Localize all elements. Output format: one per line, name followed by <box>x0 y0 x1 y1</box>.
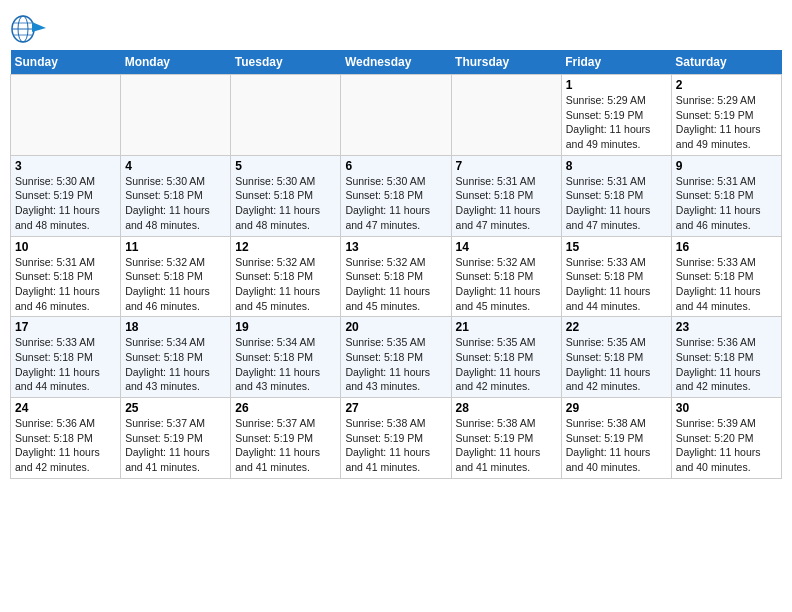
day-info: Sunrise: 5:31 AMSunset: 5:18 PMDaylight:… <box>15 255 116 314</box>
calendar-cell: 29Sunrise: 5:38 AMSunset: 5:19 PMDayligh… <box>561 398 671 479</box>
calendar-cell: 24Sunrise: 5:36 AMSunset: 5:18 PMDayligh… <box>11 398 121 479</box>
day-info: Sunrise: 5:30 AMSunset: 5:18 PMDaylight:… <box>235 174 336 233</box>
weekday-monday: Monday <box>121 50 231 75</box>
day-number: 14 <box>456 240 557 254</box>
calendar-cell: 3Sunrise: 5:30 AMSunset: 5:19 PMDaylight… <box>11 155 121 236</box>
logo <box>10 14 50 44</box>
calendar-week-3: 10Sunrise: 5:31 AMSunset: 5:18 PMDayligh… <box>11 236 782 317</box>
calendar-cell: 8Sunrise: 5:31 AMSunset: 5:18 PMDaylight… <box>561 155 671 236</box>
calendar-cell: 19Sunrise: 5:34 AMSunset: 5:18 PMDayligh… <box>231 317 341 398</box>
calendar-cell: 9Sunrise: 5:31 AMSunset: 5:18 PMDaylight… <box>671 155 781 236</box>
calendar-cell: 2Sunrise: 5:29 AMSunset: 5:19 PMDaylight… <box>671 75 781 156</box>
day-info: Sunrise: 5:32 AMSunset: 5:18 PMDaylight:… <box>456 255 557 314</box>
day-info: Sunrise: 5:30 AMSunset: 5:19 PMDaylight:… <box>15 174 116 233</box>
day-number: 2 <box>676 78 777 92</box>
day-number: 21 <box>456 320 557 334</box>
calendar-cell: 11Sunrise: 5:32 AMSunset: 5:18 PMDayligh… <box>121 236 231 317</box>
day-info: Sunrise: 5:37 AMSunset: 5:19 PMDaylight:… <box>125 416 226 475</box>
day-number: 7 <box>456 159 557 173</box>
calendar-cell: 21Sunrise: 5:35 AMSunset: 5:18 PMDayligh… <box>451 317 561 398</box>
calendar-week-1: 1Sunrise: 5:29 AMSunset: 5:19 PMDaylight… <box>11 75 782 156</box>
weekday-wednesday: Wednesday <box>341 50 451 75</box>
day-number: 11 <box>125 240 226 254</box>
calendar-cell: 10Sunrise: 5:31 AMSunset: 5:18 PMDayligh… <box>11 236 121 317</box>
calendar-cell: 20Sunrise: 5:35 AMSunset: 5:18 PMDayligh… <box>341 317 451 398</box>
day-number: 30 <box>676 401 777 415</box>
calendar-cell: 4Sunrise: 5:30 AMSunset: 5:18 PMDaylight… <box>121 155 231 236</box>
weekday-sunday: Sunday <box>11 50 121 75</box>
calendar-cell: 6Sunrise: 5:30 AMSunset: 5:18 PMDaylight… <box>341 155 451 236</box>
day-info: Sunrise: 5:36 AMSunset: 5:18 PMDaylight:… <box>676 335 777 394</box>
day-number: 12 <box>235 240 336 254</box>
day-info: Sunrise: 5:32 AMSunset: 5:18 PMDaylight:… <box>345 255 446 314</box>
day-info: Sunrise: 5:32 AMSunset: 5:18 PMDaylight:… <box>125 255 226 314</box>
day-number: 15 <box>566 240 667 254</box>
calendar-cell <box>121 75 231 156</box>
day-number: 27 <box>345 401 446 415</box>
day-number: 26 <box>235 401 336 415</box>
calendar-cell: 14Sunrise: 5:32 AMSunset: 5:18 PMDayligh… <box>451 236 561 317</box>
calendar-cell: 13Sunrise: 5:32 AMSunset: 5:18 PMDayligh… <box>341 236 451 317</box>
day-number: 16 <box>676 240 777 254</box>
day-info: Sunrise: 5:33 AMSunset: 5:18 PMDaylight:… <box>566 255 667 314</box>
day-info: Sunrise: 5:31 AMSunset: 5:18 PMDaylight:… <box>456 174 557 233</box>
calendar-table: SundayMondayTuesdayWednesdayThursdayFrid… <box>10 50 782 479</box>
day-number: 9 <box>676 159 777 173</box>
day-info: Sunrise: 5:30 AMSunset: 5:18 PMDaylight:… <box>345 174 446 233</box>
day-info: Sunrise: 5:32 AMSunset: 5:18 PMDaylight:… <box>235 255 336 314</box>
calendar-cell: 15Sunrise: 5:33 AMSunset: 5:18 PMDayligh… <box>561 236 671 317</box>
day-info: Sunrise: 5:39 AMSunset: 5:20 PMDaylight:… <box>676 416 777 475</box>
day-info: Sunrise: 5:38 AMSunset: 5:19 PMDaylight:… <box>566 416 667 475</box>
calendar-cell <box>341 75 451 156</box>
calendar-cell <box>451 75 561 156</box>
day-info: Sunrise: 5:36 AMSunset: 5:18 PMDaylight:… <box>15 416 116 475</box>
day-number: 6 <box>345 159 446 173</box>
calendar-cell: 5Sunrise: 5:30 AMSunset: 5:18 PMDaylight… <box>231 155 341 236</box>
day-info: Sunrise: 5:33 AMSunset: 5:18 PMDaylight:… <box>676 255 777 314</box>
day-info: Sunrise: 5:34 AMSunset: 5:18 PMDaylight:… <box>125 335 226 394</box>
day-number: 13 <box>345 240 446 254</box>
day-info: Sunrise: 5:31 AMSunset: 5:18 PMDaylight:… <box>566 174 667 233</box>
calendar-cell: 16Sunrise: 5:33 AMSunset: 5:18 PMDayligh… <box>671 236 781 317</box>
day-info: Sunrise: 5:38 AMSunset: 5:19 PMDaylight:… <box>456 416 557 475</box>
day-number: 19 <box>235 320 336 334</box>
day-info: Sunrise: 5:31 AMSunset: 5:18 PMDaylight:… <box>676 174 777 233</box>
calendar-cell: 30Sunrise: 5:39 AMSunset: 5:20 PMDayligh… <box>671 398 781 479</box>
calendar-cell: 23Sunrise: 5:36 AMSunset: 5:18 PMDayligh… <box>671 317 781 398</box>
day-number: 18 <box>125 320 226 334</box>
day-info: Sunrise: 5:33 AMSunset: 5:18 PMDaylight:… <box>15 335 116 394</box>
day-number: 24 <box>15 401 116 415</box>
page-header <box>10 10 782 44</box>
calendar-header: SundayMondayTuesdayWednesdayThursdayFrid… <box>11 50 782 75</box>
day-number: 4 <box>125 159 226 173</box>
day-number: 22 <box>566 320 667 334</box>
calendar-cell: 22Sunrise: 5:35 AMSunset: 5:18 PMDayligh… <box>561 317 671 398</box>
calendar-cell: 25Sunrise: 5:37 AMSunset: 5:19 PMDayligh… <box>121 398 231 479</box>
calendar-cell: 27Sunrise: 5:38 AMSunset: 5:19 PMDayligh… <box>341 398 451 479</box>
day-number: 1 <box>566 78 667 92</box>
day-number: 28 <box>456 401 557 415</box>
day-number: 20 <box>345 320 446 334</box>
calendar-cell: 7Sunrise: 5:31 AMSunset: 5:18 PMDaylight… <box>451 155 561 236</box>
calendar-cell: 18Sunrise: 5:34 AMSunset: 5:18 PMDayligh… <box>121 317 231 398</box>
weekday-saturday: Saturday <box>671 50 781 75</box>
weekday-tuesday: Tuesday <box>231 50 341 75</box>
calendar-cell: 12Sunrise: 5:32 AMSunset: 5:18 PMDayligh… <box>231 236 341 317</box>
day-number: 25 <box>125 401 226 415</box>
day-info: Sunrise: 5:35 AMSunset: 5:18 PMDaylight:… <box>456 335 557 394</box>
calendar-cell <box>11 75 121 156</box>
logo-icon <box>10 14 46 44</box>
calendar-week-5: 24Sunrise: 5:36 AMSunset: 5:18 PMDayligh… <box>11 398 782 479</box>
day-info: Sunrise: 5:30 AMSunset: 5:18 PMDaylight:… <box>125 174 226 233</box>
calendar-body: 1Sunrise: 5:29 AMSunset: 5:19 PMDaylight… <box>11 75 782 479</box>
day-number: 17 <box>15 320 116 334</box>
day-info: Sunrise: 5:37 AMSunset: 5:19 PMDaylight:… <box>235 416 336 475</box>
day-info: Sunrise: 5:29 AMSunset: 5:19 PMDaylight:… <box>566 93 667 152</box>
calendar-week-2: 3Sunrise: 5:30 AMSunset: 5:19 PMDaylight… <box>11 155 782 236</box>
day-info: Sunrise: 5:35 AMSunset: 5:18 PMDaylight:… <box>345 335 446 394</box>
weekday-friday: Friday <box>561 50 671 75</box>
calendar-cell: 28Sunrise: 5:38 AMSunset: 5:19 PMDayligh… <box>451 398 561 479</box>
weekday-header-row: SundayMondayTuesdayWednesdayThursdayFrid… <box>11 50 782 75</box>
day-info: Sunrise: 5:34 AMSunset: 5:18 PMDaylight:… <box>235 335 336 394</box>
calendar-week-4: 17Sunrise: 5:33 AMSunset: 5:18 PMDayligh… <box>11 317 782 398</box>
